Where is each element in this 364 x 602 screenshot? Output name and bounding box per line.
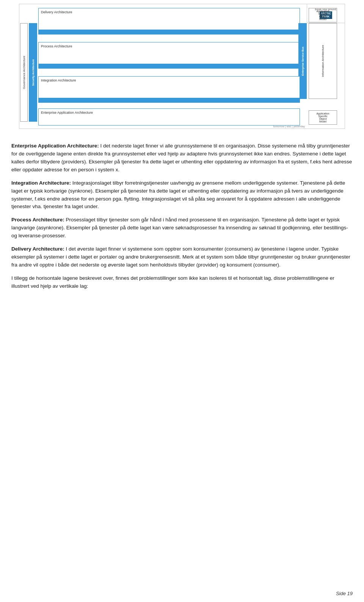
architecture-diagram: break new ground. ARCTICPARK Governance … (19, 4, 345, 129)
page-number: Side 19 (336, 591, 353, 596)
delivery-architecture-box: Delivery Architecture (38, 8, 300, 34)
delivery-heading: Delivery Architecture: (11, 246, 64, 252)
process-architecture-box: Process Architecture (38, 42, 300, 69)
esb-label: Enterprise Service Bus (301, 47, 304, 76)
security-architecture-label: Security Architecture (32, 59, 35, 86)
closing-para: I tillegg de horisontale lagene beskreve… (11, 274, 353, 290)
enterprise-heading: Enterprise Application Architecture: (11, 143, 99, 149)
governance-architecture-label: Governance Architecture (20, 23, 28, 122)
security-architecture-bar: Security Architecture (29, 23, 37, 122)
asm-bottom-label: Application Specific Object Model (316, 112, 329, 123)
process-architecture-label: Process Architecture (41, 44, 72, 48)
delivery-blue-fill (39, 30, 300, 34)
closing-text: I tillegg de horisontale lagene beskreve… (11, 275, 334, 289)
information-architecture-label: Information Architecture (309, 23, 337, 99)
enterprise-app-label: Enterprise Application Architecture (41, 111, 93, 114)
enterprise-para: Enterprise Application Architecture: I d… (11, 142, 353, 174)
closing-section: I tillegg de horisontale lagene beskreve… (11, 274, 353, 290)
process-para: Process Architecture: Prosesslaget tilby… (11, 216, 353, 240)
integration-blue-fill (39, 98, 300, 102)
diagram-section: break new ground. ARCTICPARK Governance … (0, 0, 364, 136)
diagram-footer: tomorrow | was | yesterday (273, 125, 305, 128)
process-heading: Process Architecture: (11, 217, 64, 223)
integration-architecture-box: Integration Architecture (38, 76, 300, 103)
integration-heading: Integration Architecture: (11, 180, 71, 186)
process-section: Process Architecture: Prosesslaget tilby… (11, 216, 353, 240)
asm-top-box: Application Specific Object Model (309, 8, 337, 22)
content-section: Enterprise Application Architecture: I d… (0, 136, 364, 307)
enterprise-section: Enterprise Application Architecture: I d… (11, 142, 353, 174)
delivery-architecture-label: Delivery Architecture (41, 10, 72, 14)
integration-section: Integration Architecture: Integrasjonsla… (11, 179, 353, 211)
asm-bottom-box: Application Specific Object Model (309, 110, 337, 125)
enterprise-application-architecture-box: Enterprise Application Architecture (38, 108, 300, 125)
delivery-para: Delivery Architecture: I det øverste lag… (11, 245, 353, 269)
integration-architecture-label: Integration Architecture (41, 78, 76, 82)
integration-para: Integration Architecture: Integrasjonsla… (11, 179, 353, 211)
process-blue-fill (39, 64, 300, 68)
asm-top-label: Application Specific Object Model (316, 10, 329, 20)
delivery-section: Delivery Architecture: I det øverste lag… (11, 245, 353, 269)
